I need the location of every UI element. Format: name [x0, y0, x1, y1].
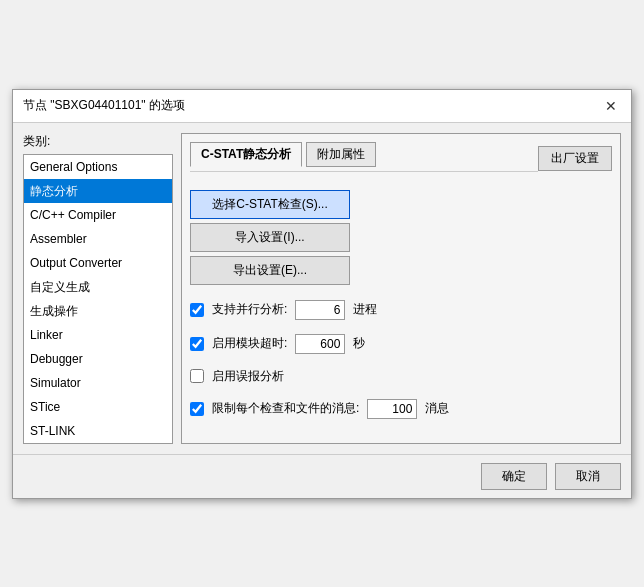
- import-settings-button[interactable]: 导入设置(I)...: [190, 223, 350, 252]
- sidebar-item-simulator[interactable]: Simulator: [24, 371, 172, 395]
- sidebar-item-build-actions[interactable]: 生成操作: [24, 299, 172, 323]
- sidebar-item-assembler[interactable]: Assembler: [24, 227, 172, 251]
- tab-additional[interactable]: 附加属性: [306, 142, 376, 167]
- error-report-label[interactable]: 启用误报分析: [212, 368, 284, 385]
- parallel-analysis-row: 支持并行分析: 进程: [190, 297, 612, 323]
- timeout-unit: 秒: [353, 335, 365, 352]
- sidebar-item-static-analysis[interactable]: 静态分析: [24, 179, 172, 203]
- sidebar-item-linker[interactable]: Linker: [24, 323, 172, 347]
- tab-bar: C-STAT静态分析 附加属性: [190, 142, 538, 172]
- dialog-title: 节点 "SBXG04401101" 的选项: [23, 97, 185, 114]
- limit-row: 限制每个检查和文件的消息: 消息: [190, 396, 612, 422]
- sidebar-item-general-options[interactable]: General Options: [24, 155, 172, 179]
- parallel-checkbox[interactable]: [190, 303, 204, 317]
- dialog-body: 类别: General Options 静态分析 C/C++ Compiler …: [13, 123, 631, 454]
- timeout-label[interactable]: 启用模块超时:: [212, 335, 287, 352]
- tab-cstat[interactable]: C-STAT静态分析: [190, 142, 302, 167]
- content-panel: C-STAT静态分析 附加属性 出厂设置 选择C-STAT检查(S)... 导入…: [181, 133, 621, 444]
- limit-unit: 消息: [425, 400, 449, 417]
- factory-settings-button[interactable]: 出厂设置: [538, 146, 612, 171]
- title-bar: 节点 "SBXG04401101" 的选项 ✕: [13, 90, 631, 123]
- select-cstat-button[interactable]: 选择C-STAT检查(S)...: [190, 190, 350, 219]
- action-buttons: 选择C-STAT检查(S)... 导入设置(I)... 导出设置(E)...: [190, 190, 612, 289]
- sidebar: 类别: General Options 静态分析 C/C++ Compiler …: [23, 133, 173, 444]
- export-settings-button[interactable]: 导出设置(E)...: [190, 256, 350, 285]
- sidebar-item-stlink[interactable]: ST-LINK: [24, 419, 172, 443]
- ok-button[interactable]: 确定: [481, 463, 547, 490]
- limit-input[interactable]: [367, 399, 417, 419]
- timeout-checkbox[interactable]: [190, 337, 204, 351]
- sidebar-item-stice[interactable]: STice: [24, 395, 172, 419]
- close-button[interactable]: ✕: [601, 96, 621, 116]
- sidebar-item-custom-build[interactable]: 自定义生成: [24, 275, 172, 299]
- sidebar-item-output-converter[interactable]: Output Converter: [24, 251, 172, 275]
- sidebar-list: General Options 静态分析 C/C++ Compiler Asse…: [23, 154, 173, 444]
- dialog-footer: 确定 取消: [13, 454, 631, 498]
- error-report-checkbox[interactable]: [190, 369, 204, 383]
- limit-label[interactable]: 限制每个检查和文件的消息:: [212, 400, 359, 417]
- error-report-row: 启用误报分析: [190, 365, 612, 388]
- timeout-input[interactable]: [295, 334, 345, 354]
- timeout-row: 启用模块超时: 秒: [190, 331, 612, 357]
- limit-checkbox[interactable]: [190, 402, 204, 416]
- sidebar-item-debugger[interactable]: Debugger: [24, 347, 172, 371]
- sidebar-item-cpp-compiler[interactable]: C/C++ Compiler: [24, 203, 172, 227]
- parallel-label[interactable]: 支持并行分析:: [212, 301, 287, 318]
- cancel-button[interactable]: 取消: [555, 463, 621, 490]
- parallel-input[interactable]: [295, 300, 345, 320]
- content-header-row: C-STAT静态分析 附加属性 出厂设置: [190, 142, 612, 176]
- sidebar-label: 类别:: [23, 133, 173, 150]
- options-dialog: 节点 "SBXG04401101" 的选项 ✕ 类别: General Opti…: [12, 89, 632, 499]
- parallel-unit: 进程: [353, 301, 377, 318]
